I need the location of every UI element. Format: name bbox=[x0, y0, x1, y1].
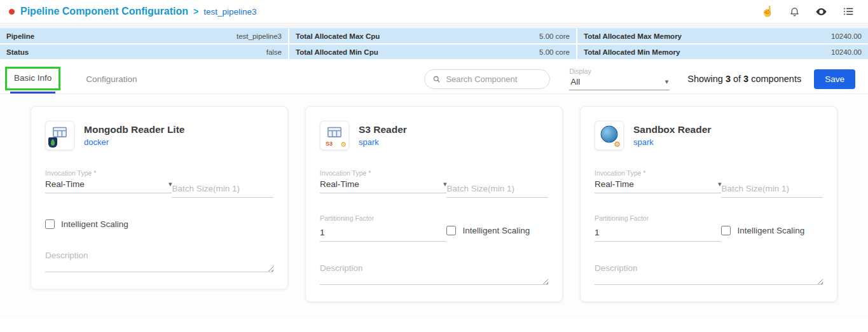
menu-list-icon[interactable] bbox=[843, 6, 854, 17]
toolbar: Basic Info Configuration Display All ▾ S… bbox=[0, 64, 868, 94]
summary-value: 10240.00 bbox=[831, 32, 862, 40]
intelligent-scaling-checkbox[interactable] bbox=[446, 226, 456, 235]
invocation-type-select[interactable]: Invocation Type * Real-Time ▾ bbox=[595, 169, 721, 198]
tab-basic-info[interactable]: Basic Info bbox=[10, 64, 55, 93]
intelligent-scaling-option[interactable]: Intelligent Scaling bbox=[446, 226, 548, 235]
card-titles: Sandbox Reader spark bbox=[633, 124, 711, 148]
partitioning-factor-label: Partitioning Factor bbox=[595, 214, 721, 222]
partitioning-factor-input[interactable] bbox=[320, 225, 446, 242]
card-titles: S3 Reader spark bbox=[359, 124, 407, 148]
invocation-type-value: Real-Time bbox=[320, 179, 359, 189]
summary-cell-min-cpu: Total Allocated Min Cpu 5.00 core bbox=[289, 45, 577, 59]
invocation-type-value: Real-Time bbox=[595, 179, 634, 189]
component-card-sandbox-reader: ⚙ Sandbox Reader spark Invocation Type *… bbox=[580, 106, 837, 302]
summary-cell-max-cpu: Total Allocated Max Cpu 5.00 core bbox=[289, 29, 577, 43]
intelligent-scaling-label: Intelligent Scaling bbox=[462, 226, 530, 235]
card-header: S3 ⚙ S3 Reader spark bbox=[320, 121, 548, 150]
tab-label: Configuration bbox=[86, 74, 137, 84]
intelligent-scaling-checkbox[interactable] bbox=[45, 219, 55, 229]
showing-count-text: Showing 3 of 3 components bbox=[687, 74, 801, 84]
engine-link[interactable]: spark bbox=[633, 137, 654, 147]
top-header: Pipeline Component Configuration > test_… bbox=[0, 0, 868, 24]
summary-value: false bbox=[266, 48, 282, 56]
search-icon bbox=[432, 74, 441, 84]
summary-label: Total Allocated Max Memory bbox=[584, 32, 682, 40]
partitioning-factor-field: Partitioning Factor bbox=[595, 214, 721, 242]
bell-icon[interactable] bbox=[789, 6, 800, 17]
header-icon-group: ☝ bbox=[761, 6, 859, 18]
summary-label: Total Allocated Min Memory bbox=[584, 48, 680, 56]
display-dropdown-label: Display bbox=[569, 67, 670, 75]
invocation-type-label: Invocation Type * bbox=[595, 169, 721, 177]
invocation-type-select[interactable]: Invocation Type * Real-Time ▾ bbox=[320, 169, 446, 198]
save-button[interactable]: Save bbox=[814, 69, 855, 89]
component-title: S3 Reader bbox=[359, 124, 407, 135]
summary-row: Status false Total Allocated Min Cpu 5.0… bbox=[0, 45, 868, 59]
eye-icon[interactable] bbox=[815, 6, 827, 18]
description-field bbox=[595, 262, 823, 287]
summary-value: 5.00 core bbox=[539, 32, 570, 40]
description-field bbox=[45, 249, 273, 275]
engine-link[interactable]: docker bbox=[84, 137, 109, 147]
component-card-mongodb-reader-lite: Mongodb Reader Lite docker Invocation Ty… bbox=[31, 106, 288, 289]
gear-icon: ⚙ bbox=[614, 141, 621, 148]
invocation-type-value: Real-Time bbox=[45, 179, 85, 189]
card-titles: Mongodb Reader Lite docker bbox=[84, 124, 184, 148]
component-title: Mongodb Reader Lite bbox=[84, 124, 184, 135]
description-textarea[interactable] bbox=[45, 249, 273, 272]
showing-total: 3 bbox=[743, 74, 748, 84]
engine-link[interactable]: spark bbox=[359, 137, 379, 147]
card-header: ⚙ Sandbox Reader spark bbox=[595, 121, 823, 150]
s3-badge-icon: S3 bbox=[326, 141, 333, 147]
invocation-type-select[interactable]: Invocation Type * Real-Time ▾ bbox=[45, 169, 172, 198]
intelligent-scaling-label: Intelligent Scaling bbox=[737, 226, 804, 235]
search-component-box bbox=[424, 69, 550, 89]
batch-size-input[interactable] bbox=[172, 181, 273, 198]
component-card-s3-reader: S3 ⚙ S3 Reader spark Invocation Type * R… bbox=[305, 106, 563, 302]
page-title: Pipeline Component Configuration bbox=[20, 6, 188, 17]
summary-value: 10240.00 bbox=[831, 48, 862, 56]
gear-icon: ⚙ bbox=[340, 141, 347, 148]
breadcrumb-pipeline-link[interactable]: test_pipeline3 bbox=[203, 7, 256, 17]
partitioning-factor-input[interactable] bbox=[595, 225, 721, 242]
invocation-type-label: Invocation Type * bbox=[45, 169, 172, 177]
component-title: Sandbox Reader bbox=[633, 124, 711, 135]
summary-value: test_pipeline3 bbox=[237, 32, 282, 40]
batch-size-input[interactable] bbox=[721, 181, 823, 198]
pipeline-summary: Pipeline test_pipeline3 Total Allocated … bbox=[0, 28, 868, 59]
summary-cell-status: Status false bbox=[0, 45, 289, 59]
display-dropdown-value: All bbox=[570, 77, 580, 86]
tab-label: Basic Info bbox=[14, 73, 52, 83]
description-textarea[interactable] bbox=[320, 262, 548, 285]
showing-count: 3 bbox=[726, 74, 731, 84]
invocation-type-label: Invocation Type * bbox=[320, 169, 446, 177]
search-input[interactable] bbox=[446, 74, 542, 84]
card-header: Mongodb Reader Lite docker bbox=[45, 121, 273, 150]
intelligent-scaling-checkbox[interactable] bbox=[721, 226, 731, 235]
intelligent-scaling-label: Intelligent Scaling bbox=[61, 219, 128, 229]
summary-label: Status bbox=[6, 48, 29, 56]
summary-cell-max-memory: Total Allocated Max Memory 10240.00 bbox=[577, 29, 868, 43]
summary-value: 5.00 core bbox=[539, 48, 570, 56]
mongodb-leaf-badge-icon bbox=[48, 137, 57, 148]
touch-icon[interactable]: ☝ bbox=[761, 6, 774, 17]
summary-row: Pipeline test_pipeline3 Total Allocated … bbox=[0, 29, 868, 43]
mongodb-reader-icon bbox=[45, 121, 74, 150]
intelligent-scaling-option[interactable]: Intelligent Scaling bbox=[721, 226, 823, 235]
s3-reader-icon: S3 ⚙ bbox=[320, 121, 349, 150]
summary-label: Total Allocated Max Cpu bbox=[296, 32, 380, 40]
tab-configuration[interactable]: Configuration bbox=[82, 64, 141, 93]
partitioning-factor-field: Partitioning Factor bbox=[320, 214, 446, 242]
chevron-down-icon: ▾ bbox=[665, 78, 669, 85]
summary-cell-min-memory: Total Allocated Min Memory 10240.00 bbox=[577, 45, 868, 59]
description-textarea[interactable] bbox=[595, 262, 823, 285]
batch-size-input[interactable] bbox=[446, 181, 548, 198]
display-dropdown[interactable]: Display All ▾ bbox=[569, 67, 670, 90]
intelligent-scaling-option[interactable]: Intelligent Scaling bbox=[45, 219, 128, 229]
sandbox-reader-icon: ⚙ bbox=[595, 121, 624, 150]
summary-label: Pipeline bbox=[6, 32, 34, 40]
breadcrumb-chevron-icon: > bbox=[193, 6, 198, 17]
partitioning-factor-label: Partitioning Factor bbox=[320, 214, 446, 222]
status-dot-icon bbox=[9, 9, 15, 15]
component-cards: Mongodb Reader Lite docker Invocation Ty… bbox=[0, 94, 868, 317]
